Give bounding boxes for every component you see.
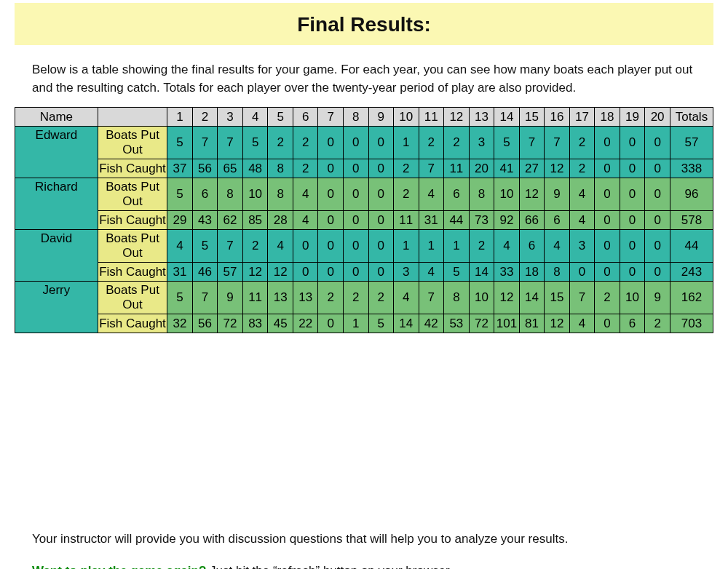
value-cell: 0: [595, 178, 620, 211]
value-cell: 10: [242, 178, 268, 211]
value-cell: 1: [343, 314, 368, 333]
value-cell: 5: [368, 314, 394, 333]
value-cell: 2: [569, 127, 595, 159]
value-cell: 5: [242, 127, 268, 159]
total-cell: 703: [670, 314, 713, 333]
value-cell: 62: [218, 211, 243, 230]
value-cell: 2: [343, 282, 368, 314]
value-cell: 7: [419, 159, 444, 178]
value-cell: 22: [293, 314, 318, 333]
player-name-cell: Edward: [15, 127, 98, 178]
value-cell: 12: [242, 263, 268, 282]
value-cell: 10: [469, 282, 494, 314]
value-cell: 11: [444, 159, 470, 178]
value-cell: 31: [419, 211, 444, 230]
table-row: Fish Caught29436285284000113144739266640…: [15, 211, 713, 230]
value-cell: 8: [444, 282, 470, 314]
value-cell: 65: [218, 159, 243, 178]
value-cell: 44: [444, 211, 470, 230]
value-cell: 13: [268, 282, 293, 314]
value-cell: 7: [419, 282, 444, 314]
title-bar: Final Results:: [15, 3, 713, 45]
value-cell: 4: [167, 230, 193, 263]
value-cell: 6: [444, 178, 470, 211]
total-cell: 57: [670, 127, 713, 159]
total-cell: 162: [670, 282, 713, 314]
value-cell: 2: [469, 230, 494, 263]
player-name-cell: Jerry: [15, 282, 98, 333]
value-cell: 0: [368, 127, 394, 159]
col-header-year-17: 17: [569, 108, 595, 127]
value-cell: 0: [645, 127, 670, 159]
value-cell: 0: [645, 178, 670, 211]
value-cell: 15: [545, 282, 570, 314]
col-header-metric: [98, 108, 167, 127]
value-cell: 7: [569, 282, 595, 314]
table-row: DavidBoats Put Out4572400001112464300044: [15, 230, 713, 263]
value-cell: 6: [545, 211, 570, 230]
value-cell: 4: [419, 178, 444, 211]
value-cell: 73: [469, 211, 494, 230]
results-table-wrap: Name1234567891011121314151617181920Total…: [15, 107, 713, 333]
value-cell: 12: [545, 314, 570, 333]
value-cell: 83: [242, 314, 268, 333]
value-cell: 4: [293, 211, 318, 230]
value-cell: 0: [293, 230, 318, 263]
value-cell: 4: [569, 211, 595, 230]
value-cell: 48: [242, 159, 268, 178]
value-cell: 31: [167, 263, 193, 282]
value-cell: 12: [494, 282, 520, 314]
value-cell: 2: [569, 159, 595, 178]
value-cell: 0: [368, 211, 394, 230]
table-row: Fish Caught32567283452201514425372101811…: [15, 314, 713, 333]
value-cell: 12: [268, 263, 293, 282]
value-cell: 10: [494, 178, 520, 211]
value-cell: 2: [268, 127, 293, 159]
col-header-year-9: 9: [368, 108, 394, 127]
value-cell: 0: [343, 263, 368, 282]
value-cell: 20: [469, 159, 494, 178]
value-cell: 0: [318, 263, 344, 282]
metric-label-fish: Fish Caught: [98, 263, 167, 282]
value-cell: 8: [268, 178, 293, 211]
value-cell: 12: [519, 178, 545, 211]
value-cell: 92: [494, 211, 520, 230]
table-row: RichardBoats Put Out56810840002468101294…: [15, 178, 713, 211]
value-cell: 29: [167, 211, 193, 230]
value-cell: 7: [192, 282, 218, 314]
value-cell: 0: [318, 159, 344, 178]
value-cell: 0: [620, 211, 645, 230]
metric-label-boats: Boats Put Out: [98, 127, 167, 159]
value-cell: 4: [293, 178, 318, 211]
col-header-year-18: 18: [595, 108, 620, 127]
value-cell: 0: [620, 127, 645, 159]
value-cell: 0: [343, 230, 368, 263]
value-cell: 46: [192, 263, 218, 282]
value-cell: 12: [545, 159, 570, 178]
value-cell: 2: [595, 282, 620, 314]
metric-label-fish: Fish Caught: [98, 159, 167, 178]
player-name-cell: Richard: [15, 178, 98, 230]
value-cell: 6: [192, 178, 218, 211]
metric-label-fish: Fish Caught: [98, 314, 167, 333]
col-header-year-5: 5: [268, 108, 293, 127]
col-header-year-11: 11: [419, 108, 444, 127]
value-cell: 0: [595, 314, 620, 333]
value-cell: 0: [318, 211, 344, 230]
table-header-row: Name1234567891011121314151617181920Total…: [15, 108, 713, 127]
value-cell: 0: [645, 211, 670, 230]
value-cell: 0: [318, 127, 344, 159]
footer-line-1: Your instructor will provide you with di…: [32, 530, 696, 549]
value-cell: 72: [218, 314, 243, 333]
value-cell: 2: [293, 127, 318, 159]
value-cell: 0: [620, 230, 645, 263]
value-cell: 10: [620, 282, 645, 314]
total-cell: 338: [670, 159, 713, 178]
value-cell: 0: [595, 263, 620, 282]
footer-line-2: Want to play the game again? Just hit th…: [32, 562, 696, 569]
value-cell: 4: [394, 282, 419, 314]
value-cell: 0: [318, 178, 344, 211]
value-cell: 1: [419, 230, 444, 263]
results-table: Name1234567891011121314151617181920Total…: [15, 107, 713, 333]
col-header-name: Name: [15, 108, 98, 127]
